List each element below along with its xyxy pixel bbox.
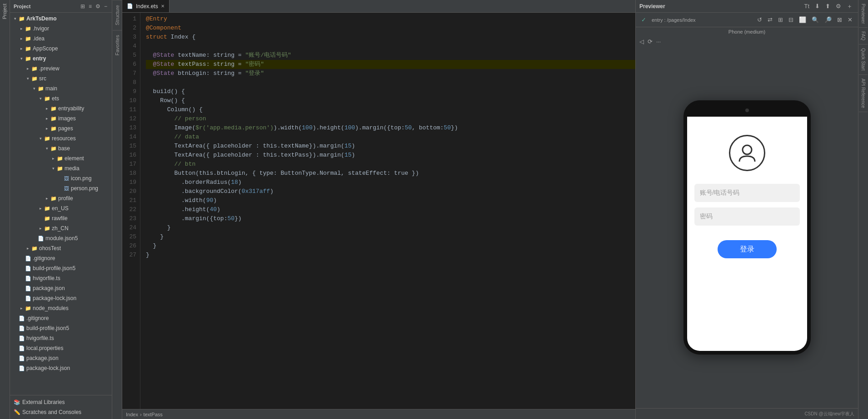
panel-icon-1[interactable]: ⊞ (80, 3, 86, 10)
tree-arrow: ▸ (25, 246, 31, 251)
panel-icon-3[interactable]: ⚙ (95, 3, 101, 10)
tree-item-packagelock1[interactable]: 📄 package-lock.json (10, 293, 112, 303)
tree-label: person.png (71, 185, 98, 192)
tree-item-preview[interactable]: ▸ 📁 .preview (10, 64, 112, 74)
tree-item-rawfile[interactable]: 📁 rawfile (10, 213, 112, 223)
tree-item-entry[interactable]: ▾ 📁 entry (10, 54, 112, 64)
project-tab[interactable]: Project (0, 0, 10, 23)
tree-item-build1[interactable]: 📄 build-profile.json5 (10, 263, 112, 273)
favorites-tab[interactable]: Favorites (113, 30, 122, 60)
code-editor[interactable]: 1 2 3 4 5 6 7 8 9 10 11 12 13 14 15 16 1… (122, 13, 635, 409)
close-icon[interactable]: ✕ (846, 15, 854, 24)
phone-login-label: 登录 (740, 245, 754, 254)
refresh-icon[interactable]: ↺ (755, 15, 764, 24)
tree-item-icon-png[interactable]: 🖼 icon.png (10, 173, 112, 183)
code-line-22: .height(40) (146, 205, 635, 214)
tree-arrow: ▸ (18, 306, 25, 311)
zoom-out-icon[interactable]: 🔎 (823, 15, 833, 24)
tree-arrow: ▸ (44, 116, 50, 121)
grid-icon[interactable]: ⊞ (776, 15, 785, 24)
tree-item-local-props[interactable]: 📄 local.properties (10, 343, 112, 353)
tree-arrow: ▸ (44, 106, 50, 111)
line-num-21: 21 (126, 196, 136, 205)
grid-down-icon[interactable]: ⊟ (787, 15, 795, 24)
tree-item-arkts-demo[interactable]: ▾ 📁 ArkTsDemo (10, 14, 112, 24)
code-line-13: Image($r('app.media.person')).width(100)… (146, 123, 635, 133)
settings-icon[interactable]: ⚙ (834, 2, 843, 10)
tree-item-media[interactable]: ▾ 📁 media (10, 163, 112, 173)
tree-label: package-lock.json (33, 295, 76, 301)
editor-tab-index[interactable]: 📄 Index.ets ✕ (122, 0, 170, 12)
tree-item-entryability[interactable]: ▸ 📁 entryability (10, 104, 112, 113)
tree-item-node-modules[interactable]: ▸ 📁 node_modules (10, 303, 112, 313)
font-size-icon[interactable]: Tt (802, 2, 811, 10)
tree-item-main[interactable]: ▾ 📁 main (10, 84, 112, 94)
tree-item-hvigorfile1[interactable]: 📄 hvigorfile.ts (10, 273, 112, 283)
tree-item-zh-cn[interactable]: ▸ 📁 zh_CN (10, 223, 112, 233)
file-icon: 📄 (25, 256, 32, 261)
tree-item-images[interactable]: ▸ 📁 images (10, 113, 112, 123)
panel-icon-4[interactable]: − (103, 3, 108, 10)
tree-item-hvigorfile2[interactable]: 📄 hvigorfile.ts (10, 333, 112, 343)
tree-item-element[interactable]: ▸ 📁 element (10, 153, 112, 163)
tree-item-hvigor[interactable]: ▸ 📁 .hvigor (10, 24, 112, 34)
scratches-item[interactable]: ✏️ Scratches and Consoles (10, 407, 112, 417)
folder-icon: 📁 (50, 146, 57, 152)
right-tab-quickstart[interactable]: Quick Start (859, 44, 868, 74)
tree-label: .gitignore (33, 255, 55, 261)
tree-label: images (58, 115, 76, 122)
rotate-icon[interactable]: ⟳ (648, 38, 653, 45)
tree-item-profile[interactable]: ▸ 📁 profile (10, 193, 112, 203)
tree-item-person-png[interactable]: 🖼 person.png (10, 183, 112, 193)
tab-file-icon: 📄 (127, 3, 133, 9)
tree-item-gitignore1[interactable]: 📄 .gitignore (10, 253, 112, 263)
tree-item-package1[interactable]: 📄 package.json (10, 283, 112, 293)
external-libraries-item[interactable]: 📚 External Libraries (10, 397, 112, 407)
reset-zoom-icon[interactable]: ⊠ (835, 15, 844, 24)
external-libraries-label: External Libraries (22, 399, 65, 405)
tree-item-packagelock2[interactable]: 📄 package-lock.json (10, 363, 112, 373)
sync-icon[interactable]: ⇄ (766, 15, 774, 24)
tree-item-pages[interactable]: ▸ 📁 pages (10, 123, 112, 133)
tree-label: package.json (33, 285, 65, 291)
folder-icon: 📁 (56, 156, 64, 162)
add-icon[interactable]: ＋ (845, 1, 854, 11)
folder-icon: 📁 (50, 106, 57, 112)
line-num-13: 13 (126, 123, 136, 133)
code-line-6: @State textPass: string = "密码" (146, 60, 635, 69)
phone-login-btn[interactable]: 登录 (718, 240, 777, 258)
tree-item-resources[interactable]: ▾ 📁 resources (10, 133, 112, 143)
structure-tab[interactable]: Structure (113, 0, 122, 30)
tree-label: .hvigor (33, 25, 49, 32)
upload-icon[interactable]: ⬆ (823, 2, 832, 10)
tree-item-en-us[interactable]: ▸ 📁 en_US (10, 203, 112, 213)
tree-item-src[interactable]: ▾ 📁 src (10, 74, 112, 84)
right-tab-apiref[interactable]: API Reference (859, 75, 868, 112)
prev-device-btn[interactable]: ◁ (639, 38, 644, 45)
tab-close-btn[interactable]: ✕ (161, 4, 165, 9)
phone-input-username-label: 账号/电话号码 (700, 189, 740, 197)
tree-label: base (58, 145, 70, 152)
download-icon[interactable]: ⬇ (813, 2, 822, 10)
tree-item-gitignore2[interactable]: 📄 .gitignore (10, 313, 112, 323)
tree-item-base[interactable]: ▾ 📁 base (10, 143, 112, 153)
tree-item-build2[interactable]: 📄 build-profile.json5 (10, 323, 112, 333)
panel-icon-2[interactable]: ≡ (88, 3, 93, 10)
zoom-in-icon[interactable]: 🔍 (810, 15, 821, 24)
right-tab-faq[interactable]: FAQ (859, 28, 868, 44)
tree-item-ets[interactable]: ▾ 📁 ets (10, 94, 112, 104)
line-num-11: 11 (126, 105, 136, 114)
line-num-8: 8 (126, 78, 136, 87)
tree-item-module-json5[interactable]: 📄 module.json5 (10, 233, 112, 243)
more-options-btn[interactable]: ··· (656, 39, 661, 45)
phone-preview-container: 账号/电话号码 密码 登录 (636, 47, 858, 408)
tree-item-appscope[interactable]: ▸ 📁 AppScope (10, 44, 112, 54)
tree-item-idea[interactable]: ▸ 📁 .idea (10, 34, 112, 44)
tree-item-ohostest[interactable]: ▸ 📁 ohosTest (10, 243, 112, 253)
tree-item-package2[interactable]: 📄 package.json (10, 353, 112, 363)
breadcrumb-sep: › (140, 412, 142, 417)
expand-icon[interactable]: ⬜ (797, 15, 808, 24)
tree-arrow: ▸ (18, 26, 25, 31)
file-icon: 📄 (25, 266, 32, 271)
right-tab-previewer[interactable]: Previewer (859, 0, 868, 28)
